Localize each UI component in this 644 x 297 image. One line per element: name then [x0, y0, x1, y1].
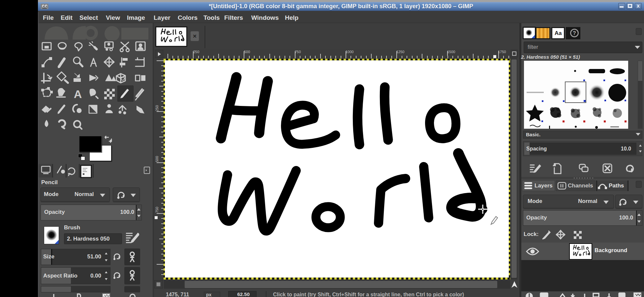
svg-text:A: A: [74, 88, 82, 100]
